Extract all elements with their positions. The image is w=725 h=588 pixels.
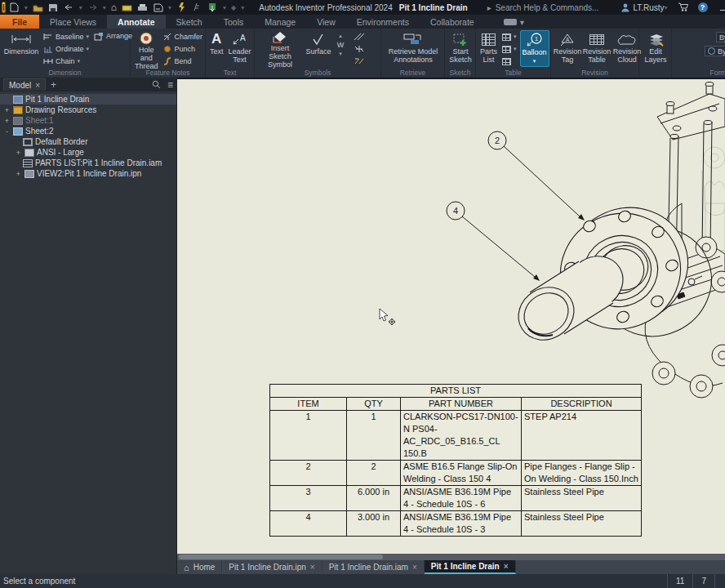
caterpillar-button[interactable]: [352, 31, 367, 42]
edit-layers-button[interactable]: Edit Layers: [642, 30, 669, 67]
search-box[interactable]: ▸ Search Help & Commands...: [487, 3, 599, 12]
doc-tab-home[interactable]: ⌂ Home: [177, 560, 222, 574]
sketch-color-icon[interactable]: [122, 2, 132, 12]
tab-close-icon[interactable]: ×: [412, 563, 417, 572]
export-icon[interactable]: [153, 2, 163, 12]
svg-text:A: A: [566, 37, 570, 42]
weld-symbol-button[interactable]: [352, 56, 367, 67]
balloon-button[interactable]: 1 Balloon ▾: [520, 30, 549, 67]
browser-search-icon[interactable]: [152, 80, 161, 89]
qat-more-icon[interactable]: ▾: [241, 4, 244, 11]
print-icon[interactable]: [137, 2, 148, 12]
tab-collaborate[interactable]: Collaborate: [420, 15, 485, 29]
user-account[interactable]: LT.Rusty: [621, 3, 664, 12]
qat-customize-icon[interactable]: ◆: [231, 4, 236, 11]
punch-button[interactable]: Punch: [162, 43, 205, 55]
tab-manage[interactable]: Manage: [254, 15, 306, 29]
horizontal-scrollbar[interactable]: [177, 554, 725, 560]
browser-add-tab-icon[interactable]: +: [51, 79, 56, 91]
insert-sketch-symbol-button[interactable]: Insert Sketch Symbol: [257, 30, 303, 67]
ribbon: Dimension Baseline▾ Ordinate▾ Chain▾ Arr…: [0, 29, 725, 78]
redo-icon[interactable]: [87, 2, 98, 12]
hole-table-button[interactable]: ▾: [500, 31, 518, 42]
welding-symbol-button[interactable]: ▴ W ▾: [334, 30, 347, 67]
doc-tab-drawing[interactable]: Pit 1 Incline Drain ×: [425, 560, 516, 574]
open-file-icon[interactable]: [33, 2, 43, 12]
hole-and-thread-button[interactable]: Hole and Thread: [133, 30, 160, 67]
dropdown-caret[interactable]: ▾: [223, 4, 226, 11]
undo-icon[interactable]: [64, 2, 74, 12]
app-logo-icon[interactable]: I: [2, 2, 6, 13]
ordinate-button[interactable]: Ordinate▾: [42, 43, 91, 55]
dropdown-caret[interactable]: ▾: [103, 4, 106, 11]
leader-text-button[interactable]: A Leader Text: [227, 30, 253, 67]
browser-tab-close-icon[interactable]: ×: [35, 81, 40, 90]
store-cart-icon[interactable]: [678, 2, 688, 13]
revision-cloud-button[interactable]: Revision Cloud: [612, 30, 642, 67]
tab-sketch[interactable]: Sketch: [166, 15, 213, 29]
doc-tab-iam[interactable]: Pit 1 Incline Drain.iam ×: [322, 560, 425, 574]
parts-list-button[interactable]: Parts List: [478, 30, 499, 67]
tab-view[interactable]: View: [306, 15, 346, 29]
baseline-button[interactable]: Baseline▾: [42, 31, 91, 42]
chamfer-button[interactable]: Chamfer: [162, 31, 205, 42]
update-icon[interactable]: [176, 2, 187, 12]
dropdown-caret[interactable]: ▾: [665, 4, 668, 11]
tab-close-icon[interactable]: ×: [310, 563, 315, 572]
measure-icon[interactable]: [192, 2, 202, 12]
drawing-canvas[interactable]: 2 4 PARTS LIST ITEM QTY PART NUMBER: [177, 78, 725, 554]
tree-item-default-border[interactable]: Default Border: [0, 136, 176, 147]
layer-style-select[interactable]: By Stan ▾: [716, 32, 725, 42]
tree-item-drawing-resources[interactable]: + Drawing Resources: [0, 105, 176, 115]
dimension-button[interactable]: Dimension: [2, 30, 40, 67]
revision-table-button[interactable]: Revision Table: [583, 30, 611, 67]
balloon-4[interactable]: 4: [447, 202, 540, 281]
bend-table-button[interactable]: [500, 56, 518, 67]
tab-close-icon[interactable]: ×: [504, 562, 509, 571]
new-file-icon[interactable]: [9, 2, 20, 12]
leader-text-icon: A: [232, 31, 248, 47]
save-icon[interactable]: [48, 2, 59, 12]
tree-item-sheet1[interactable]: + Sheet:1: [0, 115, 176, 126]
retrieve-model-annotations-button[interactable]: Retrieve Model Annotations: [384, 30, 443, 67]
start-sketch-button[interactable]: Start Sketch: [447, 30, 474, 67]
end-treatment-button[interactable]: [352, 43, 367, 55]
minimize-button[interactable]: [718, 3, 725, 12]
chain-button[interactable]: Chain▾: [42, 56, 91, 67]
tree-item-parts-list[interactable]: PARTS LIST:Pit 1 Incline Drain.iam: [0, 158, 176, 168]
tab-tools[interactable]: Tools: [213, 15, 255, 29]
ribbon-switcher-icon[interactable]: ▾: [493, 15, 535, 29]
tree-item-root[interactable]: Pit 1 Incline Drain: [0, 94, 176, 105]
dimension-icon: [11, 31, 32, 47]
home-icon[interactable]: ⌂: [111, 2, 117, 12]
tab-annotate[interactable]: Annotate: [107, 15, 166, 29]
scrollbar-thumb[interactable]: [179, 555, 383, 559]
browser-tab-model[interactable]: Model ×: [3, 78, 46, 91]
dropdown-caret[interactable]: ▾: [24, 4, 28, 11]
ordinate-icon: [43, 45, 53, 53]
text-button[interactable]: A Text: [208, 30, 225, 67]
tree-item-sheet2[interactable]: - Sheet:2: [0, 126, 176, 136]
balloon-2[interactable]: 2: [488, 131, 585, 220]
doc-tab-ipn[interactable]: Pit 1 Incline Drain.ipn ×: [222, 560, 322, 574]
tab-place-views[interactable]: Place Views: [39, 15, 107, 29]
tree-item-ansi-large[interactable]: + ANSI - Large: [0, 147, 176, 158]
dropdown-caret[interactable]: ▾: [168, 4, 171, 11]
tree-item-view2[interactable]: + VIEW2:Pit 1 Incline Drain.ipn: [0, 168, 176, 179]
help-icon[interactable]: ?: [698, 2, 708, 12]
select-icon[interactable]: [207, 2, 218, 12]
browser-menu-icon[interactable]: ≡: [167, 79, 173, 91]
dropdown-caret[interactable]: ▾: [79, 4, 82, 11]
group-table: Parts List ▾ ▾ 1 Balloon ▾ Table: [476, 29, 551, 78]
parts-list-table[interactable]: PARTS LIST ITEM QTY PART NUMBER DESCRIPT…: [269, 384, 642, 537]
general-table-button[interactable]: ▾: [500, 43, 518, 55]
search-expand-icon[interactable]: ▸: [487, 3, 491, 12]
bend-button[interactable]: Bend: [162, 56, 205, 67]
surface-texture-button[interactable]: Surface: [305, 30, 332, 67]
revision-tag-button[interactable]: A Revision Tag: [554, 30, 581, 67]
object-style-select[interactable]: By Standar ▾: [705, 46, 725, 56]
arrange-button[interactable]: Arrange: [92, 30, 134, 42]
tab-file[interactable]: File: [0, 15, 39, 29]
tab-environments[interactable]: Environments: [346, 15, 420, 29]
inventor-window: I ▾ ▾ ▾ ⌂ ▾ ▾ ◆ ▾ Autodesk Inventor Prof…: [0, 0, 725, 588]
